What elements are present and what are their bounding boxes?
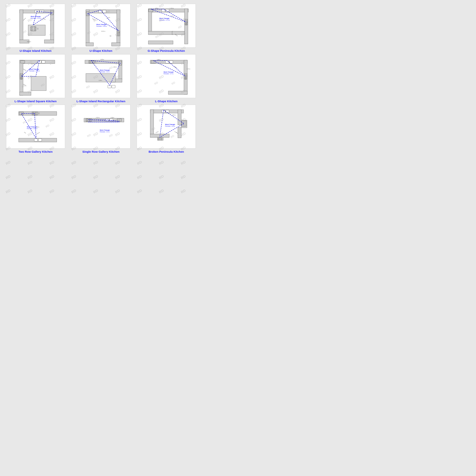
svg-rect-86 [42,61,45,63]
svg-text:Work Triangle: Work Triangle [165,124,175,125]
svg-point-71 [187,22,188,23]
svg-rect-200 [150,134,169,137]
svg-rect-57 [148,9,152,32]
svg-text:Work Triangle: Work Triangle [29,68,39,70]
svg-text:2 m: 2 m [24,132,26,134]
diagram-u-shape: Work Triangle Perimeter ≈ 5.59 m 2.51 m … [71,4,130,48]
svg-text:Perimeter ≈ 4.8 m: Perimeter ≈ 4.8 m [165,125,175,127]
kitchen-cell-two-row-gallery: Work Triangle Perimeter ≈ 5.07 m 2.46 m … [4,105,67,153]
svg-text:2.3 m: 2.3 m [155,131,159,133]
svg-text:≈0.93 m: ≈0.93 m [27,41,31,42]
svg-point-111 [95,62,96,62]
diagram-two-row-gallery: Work Triangle Perimeter ≈ 5.07 m 2.46 m … [6,105,65,149]
svg-point-162 [38,114,38,114]
svg-point-68 [187,21,187,22]
kitchen-cell-u-shape: Work Triangle Perimeter ≈ 5.59 m 2.51 m … [69,4,133,52]
svg-point-21 [37,29,38,29]
svg-text:Perimeter ≈ 4.56 m: Perimeter ≈ 4.56 m [29,70,40,72]
label-two-row-gallery: Two Row Gallery Kitchen [18,150,53,153]
kitchen-cell-broken-peninsula: Work Triangle Perimeter ≈ 4.8 m 1.69 m ≈… [135,105,198,153]
label-broken-peninsula: Broken Peninsula Kitchen [148,150,185,153]
svg-text:2.52 m: 2.52 m [23,17,26,21]
svg-text:Perimeter ≈ 5.2 m: Perimeter ≈ 5.2 m [100,71,110,72]
svg-text:RD: RD [85,85,90,89]
kitchen-cell-u-shape-island: Work Triangle Perimeter ≈ 5.12 m 2.52 m … [4,4,67,52]
svg-text:1.69 m: 1.69 m [172,114,176,116]
svg-text:Perimeter ≈ 5.7 m: Perimeter ≈ 5.7 m [164,73,173,74]
label-g-shape: G-Shape Peninsula Kitchen [147,49,186,52]
svg-point-163 [39,114,39,114]
svg-text:RD: RD [110,35,111,36]
svg-text:1.78 m: 1.78 m [106,17,110,19]
svg-point-159 [38,113,38,113]
svg-point-141 [187,76,187,77]
svg-text:1.72 m: 1.72 m [187,68,190,69]
label-u-shape: U-Shape Kitchen [89,49,113,52]
svg-text:RD: RD [171,81,176,85]
svg-point-17 [37,28,37,28]
label-u-shape-island: U-Shape Island Kitchen [19,49,52,52]
svg-text:Work Triangle: Work Triangle [27,126,37,128]
svg-rect-12 [31,26,36,31]
svg-text:RD: RD [170,134,175,139]
label-l-island-square: L-Shape Island Square Kitchen [14,100,57,103]
svg-text:1.28 m: 1.28 m [99,80,102,81]
svg-rect-34 [86,43,93,46]
svg-text:Work Triangle: Work Triangle [96,24,106,25]
svg-text:Work Triangle: Work Triangle [31,16,41,17]
svg-text:Perimeter ≈ 5.59 m: Perimeter ≈ 5.59 m [96,26,107,27]
svg-text:2.51 m: 2.51 m [92,18,96,21]
svg-text:2.5 m: 2.5 m [171,16,174,17]
svg-text:1.45 m: 1.45 m [111,117,114,118]
svg-rect-82 [20,60,55,64]
svg-text:Work Triangle: Work Triangle [100,129,110,131]
row-3: Work Triangle Perimeter ≈ 5.07 m 2.46 m … [4,105,198,153]
svg-text:Perimeter ≈ 5.75 m: Perimeter ≈ 5.75 m [159,19,170,21]
diagram-g-shape: Work Triangle Perimeter ≈ 5.75 m 1.49 m … [137,4,196,48]
svg-text:RD: RD [154,81,159,85]
diagram-single-row: Work Triangle Perimeter ≈ 5.4 m 1.27 m 1… [71,105,130,149]
kitchen-cell-l-shape: Work Triangle Perimeter ≈ 5.7 m 1.93 m 1… [135,54,198,103]
svg-text:Work Triangle: Work Triangle [164,71,174,73]
svg-point-43 [119,32,120,33]
svg-rect-130 [168,91,187,94]
row-2: Work Triangle Perimeter ≈ 4.56 m 3.18 m … [4,54,198,103]
svg-point-20 [37,29,37,29]
svg-point-110 [95,62,95,62]
svg-text:2.25 m: 2.25 m [101,59,104,60]
svg-point-114 [95,62,96,63]
svg-rect-59 [172,31,185,35]
svg-rect-93 [20,61,25,63]
svg-point-138 [187,75,187,76]
label-l-island-rect: L-Shape Island Rectangular Kitchen [76,100,126,103]
svg-text:RD: RD [108,133,113,138]
svg-text:RD: RD [86,133,91,138]
svg-point-19 [38,28,38,28]
svg-rect-60 [148,41,173,44]
svg-point-18 [37,28,38,28]
svg-rect-36 [99,10,102,13]
svg-rect-33 [117,10,120,43]
svg-text:3.18 m: 3.18 m [23,68,26,71]
svg-rect-205 [166,110,169,113]
svg-text:1.93 m: 1.93 m [157,59,160,60]
svg-point-112 [96,62,96,62]
page-container: Work Triangle Perimeter ≈ 5.12 m 2.52 m … [0,0,202,159]
svg-point-139 [187,75,187,76]
svg-rect-84 [20,92,31,95]
svg-rect-56 [185,9,188,44]
svg-text:RD: RD [178,25,183,29]
svg-text:1.41 m: 1.41 m [36,132,40,135]
diagram-l-shape: Work Triangle Perimeter ≈ 5.7 m 1.93 m 1… [137,54,196,98]
svg-point-22 [38,29,38,29]
svg-point-42 [119,32,119,33]
svg-point-161 [39,113,40,113]
svg-text:1.27 m: 1.27 m [96,117,99,118]
diagram-broken-peninsula: Work Triangle Perimeter ≈ 4.8 m 1.69 m ≈… [137,105,196,149]
svg-text:RD: RD [22,120,27,124]
diagram-u-shape-island: Work Triangle Perimeter ≈ 5.12 m 2.52 m … [6,4,65,48]
svg-point-160 [39,113,39,113]
svg-text:1.09 m: 1.09 m [113,67,117,68]
svg-point-70 [187,22,187,23]
svg-point-115 [96,62,96,63]
